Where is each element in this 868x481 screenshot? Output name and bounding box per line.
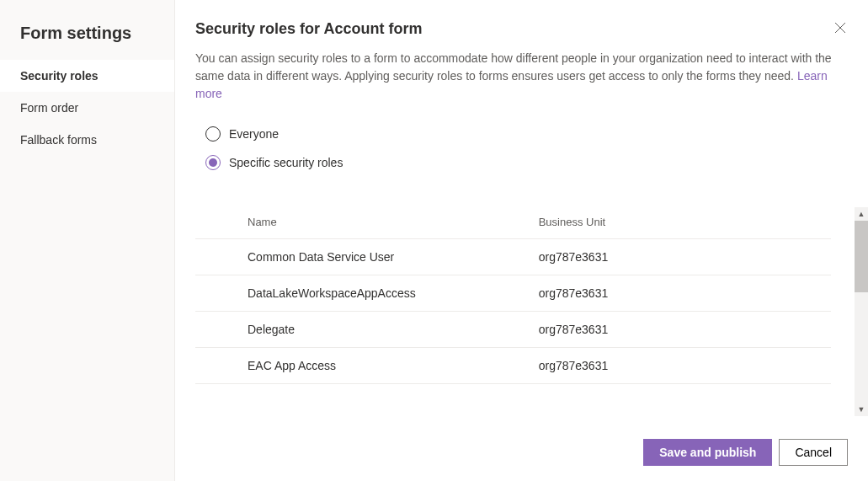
cancel-button[interactable]: Cancel [779, 439, 848, 466]
column-header-business-unit[interactable]: Business Unit [539, 206, 831, 239]
footer: Save and publish Cancel [195, 422, 848, 466]
table-row[interactable]: EAC App Access org787e3631 [195, 348, 831, 384]
radio-everyone-label: Everyone [229, 127, 279, 141]
page-title: Security roles for Account form [195, 20, 422, 38]
table-container: Name Business Unit Common Data Service U… [195, 206, 848, 422]
save-publish-button[interactable]: Save and publish [643, 439, 772, 466]
sidebar-item-security-roles[interactable]: Security roles [0, 60, 174, 92]
sidebar-item-label: Form order [20, 101, 78, 115]
cell-business-unit: org787e3631 [539, 348, 831, 384]
radio-specific[interactable]: Specific security roles [205, 155, 848, 170]
main-panel: Security roles for Account form You can … [175, 0, 868, 481]
cell-business-unit: org787e3631 [539, 275, 831, 312]
scrollbar-up-icon[interactable]: ▲ [855, 207, 868, 221]
radio-group: Everyone Specific security roles [195, 126, 848, 184]
description: You can assign security roles to a form … [195, 50, 848, 103]
sidebar-item-label: Security roles [20, 69, 99, 83]
table-row[interactable]: Common Data Service User org787e3631 [195, 239, 831, 275]
sidebar-item-fallback-forms[interactable]: Fallback forms [0, 124, 174, 156]
description-text: You can assign security roles to a form … [195, 51, 832, 83]
table-row[interactable]: DataLakeWorkspaceAppAccess org787e3631 [195, 275, 831, 312]
cell-business-unit: org787e3631 [539, 239, 831, 275]
sidebar-item-label: Fallback forms [20, 133, 97, 147]
cell-name: Delegate [195, 312, 539, 348]
security-roles-table: Name Business Unit Common Data Service U… [195, 206, 831, 384]
sidebar: Form settings Security roles Form order … [0, 0, 175, 481]
cell-name: DataLakeWorkspaceAppAccess [195, 275, 539, 312]
sidebar-title: Form settings [0, 13, 174, 60]
main-header: Security roles for Account form [195, 20, 848, 38]
radio-specific-label: Specific security roles [229, 156, 343, 169]
scrollbar[interactable]: ▲ ▼ [855, 207, 868, 416]
close-icon[interactable] [833, 20, 848, 35]
cell-name: EAC App Access [195, 348, 539, 384]
radio-circle-icon [205, 126, 221, 142]
scrollbar-thumb[interactable] [855, 221, 868, 292]
cell-name: Common Data Service User [195, 239, 539, 275]
table-row[interactable]: Delegate org787e3631 [195, 312, 831, 348]
sidebar-item-form-order[interactable]: Form order [0, 92, 174, 124]
column-header-name[interactable]: Name [195, 206, 539, 239]
radio-circle-icon [205, 155, 221, 170]
scrollbar-down-icon[interactable]: ▼ [855, 403, 868, 416]
radio-everyone[interactable]: Everyone [205, 126, 848, 142]
cell-business-unit: org787e3631 [539, 312, 831, 348]
